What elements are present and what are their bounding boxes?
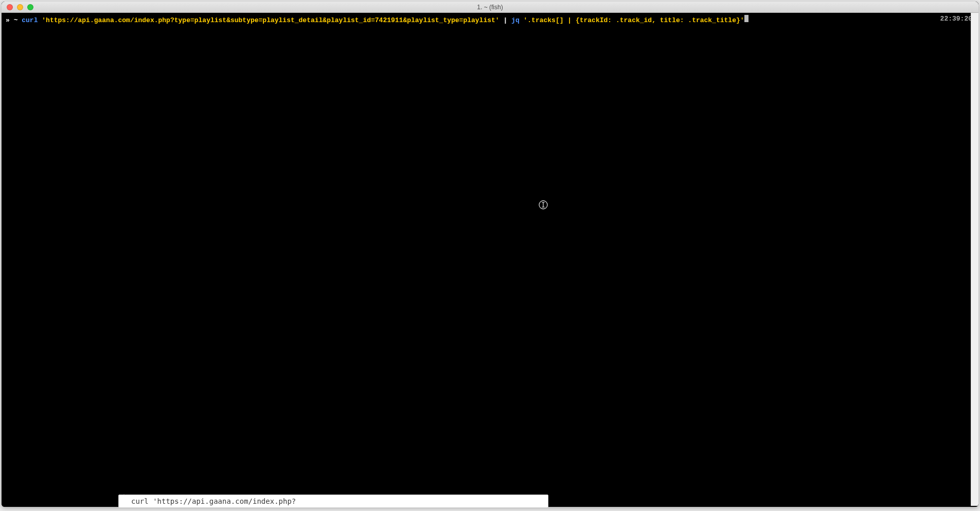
svg-point-0 [539, 201, 547, 209]
terminal-window: 1. ~ (fish) » ~ curl 'https://api.gaana.… [2, 2, 978, 507]
terminal-cursor [744, 15, 749, 22]
cmd-url: 'https://api.gaana.com/index.php?type=pl… [42, 16, 499, 25]
window-title: 1. ~ (fish) [477, 4, 503, 11]
cmd-jq: jq [511, 16, 520, 25]
traffic-lights [2, 4, 33, 10]
prompt-timestamp: 22:39:20 [940, 15, 972, 23]
window-titlebar[interactable]: 1. ~ (fish) [2, 2, 978, 13]
maximize-button[interactable] [27, 4, 33, 10]
snippet-text: curl 'https://api.gaana.com/index.php? [131, 497, 296, 505]
command-line[interactable]: » ~ curl 'https://api.gaana.com/index.ph… [6, 15, 974, 25]
minimize-button[interactable] [17, 4, 23, 10]
terminal-body[interactable]: » ~ curl 'https://api.gaana.com/index.ph… [2, 13, 978, 507]
bottom-snippet-bar[interactable]: ` curl 'https://api.gaana.com/index.php? [118, 495, 548, 508]
scrollbar[interactable] [971, 13, 978, 506]
prompt-cwd: ~ [14, 16, 18, 25]
cmd-jq-arg: '.tracks[] | {trackId: .track_id, title:… [524, 16, 744, 25]
cmd-curl: curl [22, 16, 38, 25]
prompt-arrow: » [6, 16, 10, 25]
tick-mark: ` [123, 494, 127, 500]
text-cursor-icon [539, 200, 548, 209]
cmd-pipe: | [503, 16, 507, 25]
close-button[interactable] [7, 4, 13, 10]
